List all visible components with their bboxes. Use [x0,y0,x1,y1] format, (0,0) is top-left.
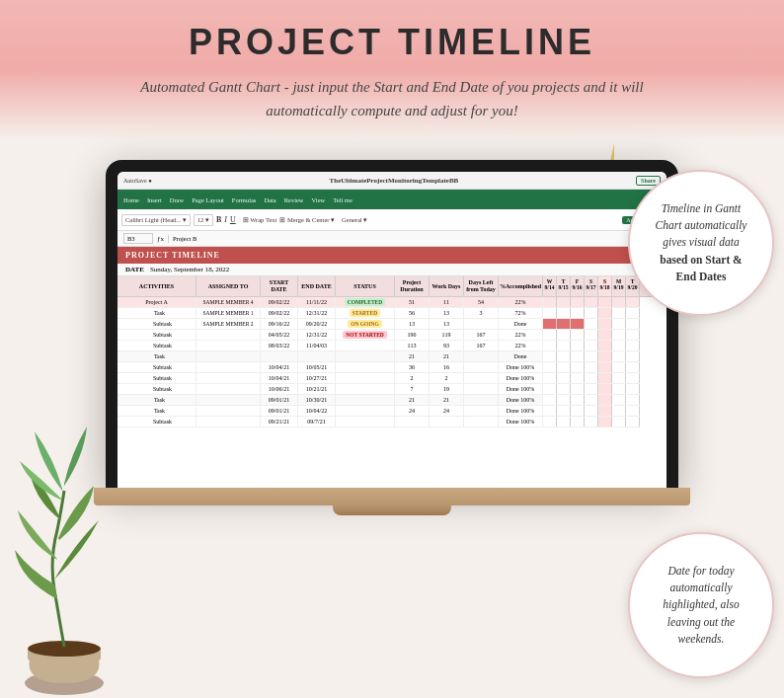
cell-daysleft [464,319,499,329]
gantt-date-3: F9/16 [571,276,585,296]
gantt-cell [598,417,612,427]
table-row: Subtask 09/21/21 09/7/21 [118,417,666,427]
formula-bar: B3 ƒx Project B [118,231,666,247]
gantt-bar [543,319,557,329]
cell-workdays [430,417,464,427]
cell-pct: Done 100% [499,395,543,405]
ribbon-data[interactable]: Data [264,196,275,203]
cell-start: 09/01/21 [261,395,298,405]
gantt-cell [598,384,612,394]
col-start: START DATE [261,276,298,296]
gantt-cell-today [598,330,612,340]
gantt-cell [557,406,571,416]
formula-icon: ƒx [157,235,169,243]
cell-assigned [196,362,261,372]
table-row: Subtask 08/03/22 11/04/03 113 93 167 [118,341,666,351]
ribbon-review[interactable]: Review [284,196,304,203]
cell-reference[interactable]: B3 [123,233,153,244]
gantt-row [543,417,640,427]
cell-workdays: 13 [430,319,464,329]
cell-assigned [196,395,261,405]
gantt-cell [626,384,640,394]
ribbon-view[interactable]: View [312,196,326,203]
excel-title-bar: AutoSave ● TheUltimateProjectMonitoringT… [118,172,666,190]
cell-end [298,351,336,361]
gantt-cell [571,330,585,340]
format-dropdown[interactable]: General ▾ [342,216,367,224]
gantt-cell [585,384,598,394]
cell-assigned: SAMPLE MEMBER 1 [196,308,261,318]
ribbon-insert[interactable]: Insert [147,196,162,203]
gantt-cell [571,384,585,394]
subtask-row-5: Subtask 10/04/21 10/27/21 2 2 [118,373,543,384]
gantt-cell [543,341,557,350]
italic-btn[interactable]: I [224,215,227,224]
cell-start [261,351,298,361]
ribbon-draw[interactable]: Draw [170,196,184,203]
gantt-cell [612,297,626,307]
cell-activity: Subtask [118,373,196,383]
subtask-row-3: Subtask 08/03/22 11/04/03 113 93 167 [118,341,543,351]
cell-daysleft [464,384,499,394]
subtask-row-last: Subtask 09/21/21 09/7/21 [118,417,543,427]
toolbar-row: Calibri Light (Head... ▾ 12 ▾ B I U ⊞ Wr… [118,209,666,231]
ribbon-pagelayout[interactable]: Page Layout [192,196,224,203]
gantt-cell [571,351,585,361]
gantt-cell-today [598,308,612,318]
gantt-cell [543,417,557,427]
cell-duration: 2 [395,373,430,383]
wrap-text-btn[interactable]: ⊞ Wrap Text [243,216,277,224]
ribbon-tellme[interactable]: Tell me [333,196,353,203]
annotation-bubble-1: Timeline in Gantt Chart automatically gi… [628,170,774,316]
main-container: PROJECT TIMELINE Automated Gantt Chart -… [0,0,784,698]
gantt-date-4: S9/17 [585,276,598,296]
gantt-cell [585,395,598,405]
table-row: Task 21 21 Done [118,351,666,362]
cell-duration: 21 [395,351,430,361]
date-value: Sunday, September 18, 2022 [150,266,229,273]
gantt-cell [585,330,598,340]
annotation-bubble-2: Date for today automatically highlighted… [628,532,774,678]
cell-activity: Task [118,406,196,416]
annotation-text-1: Timeline in Gantt Chart automatically gi… [650,200,752,285]
gantt-cell-today [598,351,612,361]
cell-start: 10/06/21 [261,384,298,394]
gantt-cell [557,341,571,350]
cell-workdays: 119 [430,330,464,340]
gantt-cell [571,417,585,427]
task-row-3: Task 09/01/21 10/30/21 21 21 [118,395,543,406]
table-row: Subtask 10/04/21 10/27/21 2 2 [118,373,666,384]
cell-activity: Subtask [118,330,196,340]
col-daysleft: Days Left from Today [464,276,499,296]
formula-value[interactable]: Project B [173,235,661,242]
cell-daysleft [464,395,499,405]
cell-start: 08/03/22 [261,341,298,350]
gantt-cell [626,297,640,307]
underline-btn[interactable]: U [230,215,236,224]
gantt-cell [557,417,571,427]
cell-activity: Subtask [118,319,196,329]
gantt-cell [557,297,571,307]
gantt-row [543,395,640,406]
laptop: AutoSave ● TheUltimateProjectMonitoringT… [106,160,678,515]
merge-btn[interactable]: ⊞ Merge & Center ▾ [279,216,335,224]
gantt-cell [585,341,598,350]
ribbon-home[interactable]: Home [123,196,139,203]
font-selector[interactable]: Calibri Light (Head... ▾ [121,214,191,226]
bold-btn[interactable]: B [216,215,221,224]
cell-status: COMPLETED [336,297,395,307]
cell-duration: 13 [395,319,430,329]
cell-status: NOT STARTED [336,330,395,340]
cell-status [336,384,395,394]
col-status: STATUS [336,276,395,296]
gantt-cell [571,308,585,318]
cell-daysleft [464,351,499,361]
table-row: Task 09/01/21 10/30/21 21 21 [118,395,666,406]
gantt-cell [543,308,557,318]
cell-start: 09/01/21 [261,406,298,416]
ribbon-formulas[interactable]: Formulas [232,196,257,203]
cell-workdays: 19 [430,384,464,394]
font-size-selector[interactable]: 12 ▾ [194,214,213,226]
gantt-row [543,362,640,373]
table-row: Project A SAMPLE MEMBER 4 09/02/22 11/11… [118,297,666,308]
